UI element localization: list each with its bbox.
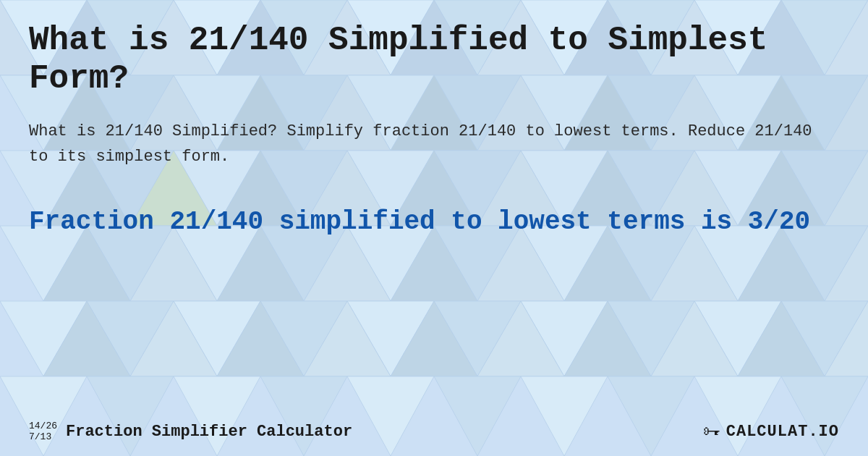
footer: 14/26 7/13 Fraction Simplifier Calculato… bbox=[29, 421, 839, 443]
footer-logo-area: 🗝 CALCULAT.IO bbox=[703, 421, 839, 442]
page-title: What is 21/140 Simplified to Simplest Fo… bbox=[29, 22, 839, 98]
key-icon: 🗝 bbox=[703, 421, 720, 442]
footer-fraction-bottom: 7/13 bbox=[29, 431, 57, 443]
result-heading: Fraction 21/140 simplified to lowest ter… bbox=[29, 206, 839, 238]
calculat-logo: CALCULAT.IO bbox=[726, 423, 839, 441]
footer-fraction-top: 14/26 bbox=[29, 421, 57, 432]
main-content: What is 21/140 Simplified to Simplest Fo… bbox=[0, 0, 868, 274]
footer-fractions: 14/26 7/13 bbox=[29, 421, 57, 443]
footer-label: Fraction Simplifier Calculator bbox=[66, 423, 352, 441]
description-text: What is 21/140 Simplified? Simplify frac… bbox=[29, 119, 839, 169]
